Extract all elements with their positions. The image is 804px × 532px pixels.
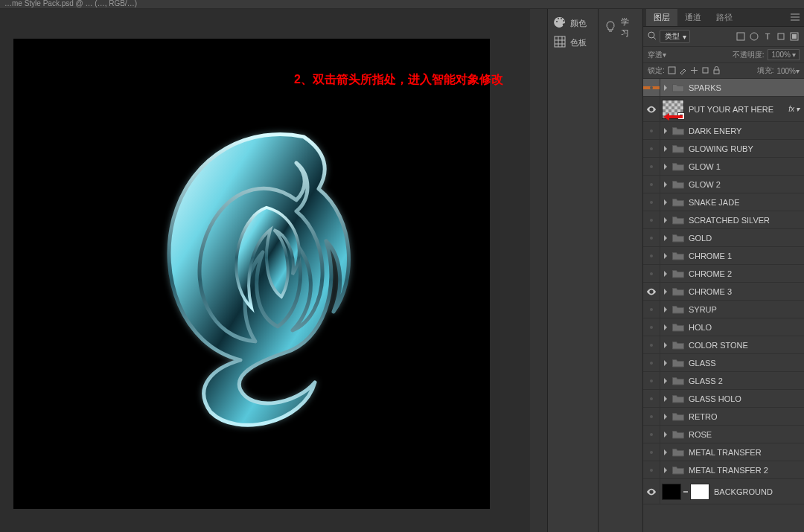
visibility-toggle[interactable] (643, 433, 660, 436)
visibility-toggle[interactable] (643, 147, 660, 150)
layer-row[interactable]: METAL TRANSFER 2 (643, 461, 804, 479)
layer-name[interactable]: COLOR STONE (689, 341, 748, 350)
lock-all-icon[interactable] (712, 66, 721, 76)
expand-toggle[interactable] (660, 360, 671, 366)
document-canvas[interactable] (13, 39, 490, 509)
panel-swatches[interactable]: 色板 (548, 33, 598, 52)
layer-row[interactable]: COLOR STONE (643, 336, 804, 354)
expand-toggle[interactable] (660, 467, 671, 473)
lock-artboard-icon[interactable] (701, 66, 709, 76)
layer-row[interactable]: BACKGROUND (643, 479, 804, 504)
smart-object-thumbnail[interactable] (662, 100, 684, 119)
visibility-toggle[interactable] (643, 308, 660, 311)
layer-row[interactable]: GLOW 1 (643, 158, 804, 176)
layers-list[interactable]: SPARKSPUT YOUR ART HEREfx▾DARK ENERYGLOW… (643, 79, 804, 532)
expand-toggle[interactable] (660, 324, 671, 330)
layer-name[interactable]: GLOWING RUBY (689, 144, 753, 153)
layer-row[interactable]: PUT YOUR ART HEREfx▾ (643, 97, 804, 122)
layer-row[interactable]: GLASS HOLO (643, 390, 804, 408)
visibility-toggle[interactable] (643, 272, 660, 275)
layer-row[interactable]: GLASS 2 (643, 372, 804, 390)
expand-toggle[interactable] (660, 396, 671, 402)
layer-name[interactable]: SNAKE JADE (689, 198, 739, 207)
layer-name[interactable]: SCRATCHED SILVER (689, 216, 770, 225)
expand-toggle[interactable] (660, 164, 671, 170)
expand-toggle[interactable] (660, 289, 671, 295)
layer-name[interactable]: SPARKS (689, 83, 721, 92)
expand-toggle[interactable] (660, 342, 671, 348)
layer-name[interactable]: METAL TRANSFER (689, 448, 762, 457)
expand-toggle[interactable] (660, 85, 671, 91)
visibility-toggle[interactable] (643, 237, 660, 240)
layer-row[interactable]: GLASS (643, 354, 804, 372)
visibility-toggle[interactable] (643, 469, 660, 472)
layer-row[interactable]: ROSE (643, 426, 804, 443)
visibility-toggle[interactable] (643, 286, 660, 297)
filter-shape-icon[interactable] (776, 31, 786, 42)
layer-row[interactable]: SNAKE JADE (643, 193, 804, 211)
filter-smart-icon[interactable] (789, 31, 800, 42)
visibility-toggle[interactable] (643, 165, 660, 168)
layer-name[interactable]: GLASS HOLO (689, 394, 741, 403)
layer-row[interactable]: METAL TRANSFER (643, 443, 804, 461)
visibility-toggle[interactable] (643, 487, 660, 497)
lock-pixels-icon[interactable] (668, 66, 676, 76)
blend-mode-select[interactable]: 穿透▾ (648, 50, 700, 60)
visibility-toggle[interactable] (643, 86, 660, 89)
visibility-toggle[interactable] (643, 129, 660, 132)
visibility-toggle[interactable] (643, 397, 660, 400)
layer-name[interactable]: CHROME 2 (689, 269, 732, 278)
visibility-toggle[interactable] (643, 379, 660, 382)
background-thumbnails[interactable] (662, 484, 709, 500)
tab-paths[interactable]: 路径 (709, 9, 740, 26)
expand-toggle[interactable] (660, 307, 671, 313)
visibility-toggle[interactable] (643, 254, 660, 257)
expand-toggle[interactable] (660, 182, 671, 188)
expand-toggle[interactable] (660, 271, 671, 277)
layer-name[interactable]: HOLO (689, 323, 712, 332)
expand-toggle[interactable] (660, 146, 671, 152)
layer-row[interactable]: GLOW 2 (643, 176, 804, 193)
expand-toggle[interactable] (660, 253, 671, 259)
filter-adj-icon[interactable] (749, 31, 759, 42)
expand-toggle[interactable] (660, 432, 671, 438)
layer-name[interactable]: DARK ENERY (689, 126, 741, 135)
layer-row[interactable]: GOLD (643, 229, 804, 247)
visibility-toggle[interactable] (643, 104, 660, 115)
opacity-value[interactable]: 100%▾ (768, 49, 800, 60)
visibility-toggle[interactable] (643, 415, 660, 418)
layer-name[interactable]: ROSE (689, 430, 712, 439)
layer-row[interactable]: DARK ENERY (643, 122, 804, 140)
layer-row[interactable]: GLOWING RUBY (643, 140, 804, 158)
layer-row[interactable]: SYRUP (643, 301, 804, 318)
layer-row[interactable]: SPARKS (643, 79, 804, 97)
layer-name[interactable]: METAL TRANSFER 2 (689, 466, 768, 475)
layer-name[interactable]: RETRO (689, 412, 718, 421)
lock-brush-icon[interactable] (679, 66, 687, 76)
expand-toggle[interactable] (660, 235, 671, 241)
visibility-toggle[interactable] (643, 219, 660, 222)
panel-menu-icon[interactable] (786, 13, 804, 22)
layer-row[interactable]: SCRATCHED SILVER (643, 211, 804, 229)
layer-name[interactable]: CHROME 3 (689, 287, 732, 296)
layer-name[interactable]: GOLD (689, 234, 712, 243)
visibility-toggle[interactable] (643, 362, 660, 365)
tab-channels[interactable]: 通道 (677, 9, 709, 26)
fill-value[interactable]: 100%▾ (776, 67, 800, 75)
tab-layers[interactable]: 图层 (646, 9, 677, 26)
layer-row[interactable]: CHROME 2 (643, 265, 804, 283)
visibility-toggle[interactable] (643, 201, 660, 204)
layer-row[interactable]: HOLO (643, 318, 804, 336)
lock-move-icon[interactable] (690, 66, 698, 76)
visibility-toggle[interactable] (643, 344, 660, 347)
expand-toggle[interactable] (660, 128, 671, 134)
layer-row[interactable]: CHROME 1 (643, 247, 804, 265)
filter-type-icon[interactable]: T (762, 31, 773, 42)
visibility-toggle[interactable] (643, 326, 660, 329)
panel-color[interactable]: 颜色 (548, 13, 598, 33)
visibility-toggle[interactable] (643, 451, 660, 454)
visibility-toggle[interactable] (643, 183, 660, 186)
layer-name[interactable]: GLASS 2 (689, 376, 723, 385)
layer-name[interactable]: GLASS (689, 359, 716, 368)
filter-type-select[interactable]: 类型▾ (660, 30, 690, 43)
